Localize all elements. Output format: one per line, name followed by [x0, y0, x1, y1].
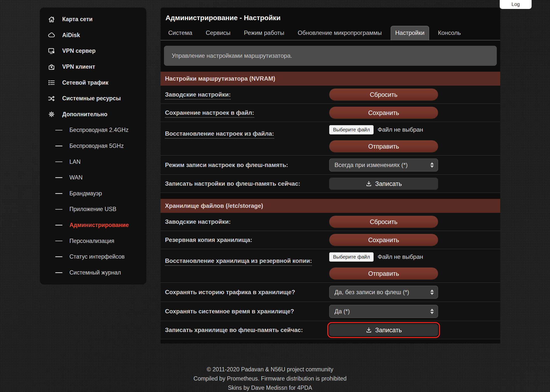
tab-system[interactable]: Система [164, 26, 197, 40]
settings-row: Заводские настройки:Сбросить [161, 86, 500, 104]
sidebar-subitem-label: LAN [69, 159, 81, 165]
sidebar-subitem-personalization[interactable]: Персонализация [40, 233, 146, 249]
section-header: Хранилище файлов (/etc/storage) [161, 199, 500, 213]
sidebar-subitem-label: Беспроводная 2.4GHz [69, 127, 128, 133]
row-label: Заводские настройки: [165, 217, 329, 226]
sidebar-item-label: AiDisk [62, 32, 80, 39]
select-value: Всегда при изменениях (*) [334, 162, 428, 168]
settings-row: Режим записи настроек во флеш-память:Все… [161, 156, 500, 175]
sidebar-item-advanced[interactable]: Дополнительно [40, 107, 146, 122]
footer-line: Skins by Dave Medissn for 4PDA [40, 383, 500, 392]
nvram-submit-button[interactable]: Отправить [329, 140, 438, 152]
row-controls: Сохранить [329, 234, 438, 246]
nvram-save-button[interactable]: Сохранить [329, 107, 438, 119]
page-footer: © 2011-2020 Padavan & N56U project commu… [40, 365, 500, 392]
nvram-choose-file-button[interactable]: Выберите файл [329, 125, 374, 134]
sidebar-subitem-label: Администрирование [69, 222, 129, 228]
sidebar-subitem-usb-application[interactable]: Приложение USB [40, 201, 146, 217]
tab-console[interactable]: Консоль [434, 26, 465, 40]
nvram-reset-button[interactable]: Сбросить [329, 89, 438, 101]
sidebar-subitem-wireless-24ghz[interactable]: Беспроводная 2.4GHz [40, 122, 146, 138]
sidebar-subitem-wireless-5ghz[interactable]: Беспроводная 5GHz [40, 138, 146, 154]
row-controls: Всегда при изменениях (*) [329, 159, 438, 171]
row-label: Записать настройки во флеш-память сейчас… [165, 179, 329, 188]
vpn-server-icon [47, 47, 56, 55]
row-label-text: Восстановление хранилища из резервной ко… [165, 257, 312, 266]
sidebar-subitem-label: Беспроводная 5GHz [69, 143, 124, 149]
sidebar-subitem-interface-status[interactable]: Статус интерфейсов [40, 249, 146, 265]
download-icon [366, 180, 375, 187]
row-label: Режим записи настроек во флеш-память: [165, 160, 329, 170]
vpn-client-icon [47, 63, 56, 71]
row-controls: Сбросить [329, 216, 438, 228]
log-button[interactable]: Log [500, 0, 532, 9]
storage-submit-button[interactable]: Отправить [329, 268, 438, 280]
row-controls: Сохранить [329, 107, 438, 119]
tab-settings[interactable]: Настройки [391, 26, 429, 40]
nvram-commit-button[interactable]: Записать [329, 178, 438, 190]
sidebar-item-label: VPN клиент [62, 63, 95, 70]
tab-bar: СистемаСервисыРежим работыОбновление мик… [161, 23, 500, 40]
sidebar-subitem-label: Статус интерфейсов [69, 253, 125, 260]
shuffle-icon [47, 94, 56, 103]
dash-icon [55, 130, 62, 131]
settings-row: Записать настройки во флеш-память сейчас… [161, 175, 500, 193]
sidebar-item-vpn-server[interactable]: VPN сервер [40, 43, 146, 59]
storage-save-button[interactable]: Сохранить [329, 234, 438, 246]
button-label: Отправить [368, 270, 399, 277]
row-label-text: Заводские настройки: [165, 91, 231, 100]
settings-row: Восстановление настроек из файла:Выберит… [161, 122, 500, 156]
sidebar-item-label: Дополнительно [62, 111, 107, 118]
storage-commit-button[interactable]: Записать [329, 324, 438, 336]
row-label: Сохранение настроек в файл: [165, 108, 329, 117]
row-label-text: Восстановление настроек из файла: [165, 130, 274, 139]
settings-row: Заводские настройки:Сбросить [161, 213, 500, 231]
button-label: Сохранить [368, 236, 399, 244]
row-controls: Выберите файлФайл не выбранОтправить [329, 125, 438, 152]
nvram-commit-mode-select[interactable]: Всегда при изменениях (*) [329, 159, 438, 171]
tab-services[interactable]: Сервисы [201, 26, 235, 40]
select-value: Да (*) [334, 308, 428, 315]
sidebar-item-network-map[interactable]: Карта сети [40, 11, 146, 27]
content-layout: Карта сетиAiDiskVPN серверVPN клиентСете… [40, 7, 500, 343]
button-label: Записать [375, 327, 402, 334]
sidebar-subitem-label: Персонализация [69, 238, 114, 244]
sidebar-subitem-system-log[interactable]: Системный журнал [40, 265, 146, 281]
dash-icon [55, 241, 62, 241]
main-panel: Администрирование - Настройки СистемаСер… [161, 7, 500, 343]
home-icon [47, 15, 56, 24]
sidebar-item-system-resources[interactable]: Системные ресурсы [40, 91, 146, 107]
row-label: Восстановление хранилища из резервной ко… [165, 252, 329, 266]
settings-row: Сохранять историю трафика в хранилище?Да… [161, 283, 500, 302]
row-label-text: Заводские настройки: [165, 218, 231, 225]
storage-traffic-history-select[interactable]: Да, без записи во флеш (*) [329, 286, 438, 299]
tab-operation-mode[interactable]: Режим работы [239, 26, 289, 40]
sidebar-subitem-firewall[interactable]: Брандмауэр [40, 186, 146, 202]
sidebar-subitem-wan[interactable]: WAN [40, 170, 146, 186]
row-label: Записать хранилище во флеш-память сейчас… [165, 325, 329, 335]
file-status-label: Файл не выбран [378, 126, 423, 133]
sidebar-item-network-traffic[interactable]: Сетевой трафик [40, 75, 146, 91]
storage-system-time-select[interactable]: Да (*) [329, 305, 438, 318]
tab-firmware-update[interactable]: Обновление микропрограммы [293, 26, 386, 40]
button-label: Сбросить [370, 218, 397, 225]
file-input-group: Выберите файлФайл не выбран [329, 252, 423, 262]
sidebar-subitem-lan[interactable]: LAN [40, 154, 146, 170]
sidebar: Карта сетиAiDiskVPN серверVPN клиентСете… [40, 7, 146, 284]
dash-icon [55, 193, 62, 194]
sidebar-subitem-administration[interactable]: Администрирование [40, 217, 146, 233]
storage-reset-button[interactable]: Сбросить [329, 216, 438, 228]
traffic-icon [47, 78, 56, 87]
row-controls: Записать [329, 324, 438, 336]
sidebar-item-vpn-client[interactable]: VPN клиент [40, 59, 146, 75]
dash-icon [55, 225, 62, 225]
sidebar-item-aidisk[interactable]: AiDisk [40, 27, 146, 43]
dash-icon [55, 209, 62, 210]
sidebar-subitem-label: Системный журнал [69, 269, 121, 276]
storage-choose-file-button[interactable]: Выберите файл [329, 252, 374, 262]
row-label-text: Записать настройки во флеш-память сейчас… [165, 180, 300, 187]
row-label: Восстановление настроек из файла: [165, 125, 329, 138]
page-description: Управление настройками маршрутизатора. [164, 46, 497, 66]
dash-icon [55, 177, 62, 178]
button-label: Записать [375, 180, 402, 187]
